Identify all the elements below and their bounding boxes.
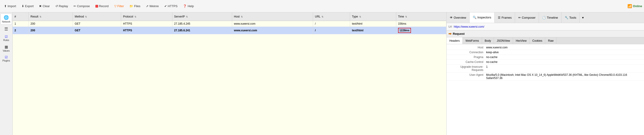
filter-button[interactable]: ▽ Filter [112, 4, 126, 9]
sidebar-item-rules[interactable]: ☑ Rules [0, 33, 12, 43]
header-row: Connectionkeep-alive [446, 50, 644, 55]
sub-tab-jsonview[interactable]: JSONView [494, 37, 513, 44]
cell-result: 200 [28, 21, 73, 27]
table-row[interactable]: 1200GETHTTPS27.185.4.245www.xueersi.com/… [13, 21, 446, 27]
header-name: Upgrade-Insecure-Requests [449, 65, 486, 72]
sub-tab-headers[interactable]: Headers [446, 37, 463, 44]
tools-icon: 🔧 [565, 16, 568, 19]
header-row: User-AgentMozilla/5.0 (Macintosh; Intel … [446, 73, 644, 81]
export-button[interactable]: ⬇ Export [19, 4, 36, 9]
filter-icon: ▽ [114, 4, 116, 8]
sub-tab-cookies[interactable]: Cookies [530, 37, 545, 44]
sub-tab-hexview[interactable]: HexView [513, 37, 530, 44]
list-icon: ☰ [4, 27, 8, 32]
sidebar-item-network[interactable]: 🌐 Network [0, 13, 12, 25]
values-icon: ▦ [4, 45, 8, 49]
tab-overview[interactable]: 👁 Overview [446, 13, 470, 23]
cell-protocol: HTTPS [121, 27, 172, 34]
col-header-method[interactable]: Method ⇅ [73, 13, 121, 21]
rules-checkbox-icon: ☑ [5, 35, 8, 39]
inspectors-icon: 🔍 [473, 16, 476, 19]
sub-tab-webforms[interactable]: WebForms [463, 37, 482, 44]
files-icon: 📁 [130, 4, 133, 8]
record-button[interactable]: Record [93, 4, 111, 9]
sidebar-item-list[interactable]: ☰ [0, 25, 12, 33]
header-value: 1 [486, 65, 641, 72]
weinre-button[interactable]: ⇗ Weinre [144, 4, 161, 9]
cell-result: 200 [28, 27, 73, 34]
header-row: Pragmano-cache [446, 55, 644, 60]
frames-icon: ☰ [498, 16, 500, 19]
cell-method: GET [73, 27, 121, 34]
header-value: no-cache [486, 56, 641, 59]
tab-composer[interactable]: ✏ Composer [515, 13, 539, 23]
toolbar: ⬆ Import ⬇ Export ✖ Clear ↺ Replay ✏ Com… [0, 0, 644, 13]
cell-serverip: 27.185.6.241 [172, 27, 232, 34]
replay-button[interactable]: ↺ Replay [53, 4, 70, 9]
col-header-time[interactable]: Time ⇅ [396, 13, 446, 21]
header-name: Connection [449, 51, 486, 54]
network-table-area: # Result ⇅ Method ⇅ Protocol ⇅ ServerIP … [13, 13, 446, 135]
files-button[interactable]: 📁 Files [127, 4, 142, 9]
col-header-num[interactable]: # [13, 13, 28, 21]
header-value: no-cache [486, 60, 641, 64]
sub-tabs: Headers WebForms Body JSONView HexView C… [446, 37, 644, 44]
header-row: Hostwww.xueersi.com [446, 45, 644, 50]
sub-tab-body[interactable]: Body [482, 37, 494, 44]
overview-icon: 👁 [450, 16, 453, 19]
cell-time: 156ms [396, 21, 446, 27]
cell-url: / [313, 21, 350, 27]
col-header-result[interactable]: Result ⇅ [28, 13, 73, 21]
url-value: https://www.xueersi.com/ [454, 25, 484, 28]
clear-button[interactable]: ✖ Clear [37, 4, 52, 9]
cell-url: / [313, 27, 350, 34]
col-header-host[interactable]: Host ⇅ [232, 13, 313, 21]
tab-inspectors[interactable]: 🔍 Inspectors [470, 13, 494, 23]
network-table: # Result ⇅ Method ⇅ Protocol ⇅ ServerIP … [13, 13, 446, 34]
https-button[interactable]: ✔ HTTPS [162, 4, 180, 9]
online-icon: 📶 [628, 4, 632, 8]
request-header: ➡ Request [446, 30, 644, 37]
online-status: 📶 Online [628, 4, 642, 8]
tab-frames[interactable]: ☰ Frames [494, 13, 515, 23]
timeline-icon: 🕐 [542, 16, 546, 19]
header-name: Cache-Control [449, 60, 486, 64]
replay-icon: ↺ [56, 4, 58, 8]
table-row[interactable]: 2200GETHTTPS27.185.6.241www.xueersi.com/… [13, 27, 446, 34]
header-name: Pragma [449, 56, 486, 59]
sub-tab-raw[interactable]: Raw [545, 37, 556, 44]
cell-time: 1228ms [396, 27, 446, 34]
cell-type: text/html [350, 21, 396, 27]
request-arrow-icon: ➡ [448, 32, 452, 36]
help-button[interactable]: ❓ Help [181, 4, 196, 9]
sidebar-item-values[interactable]: ▦ Values [0, 43, 12, 53]
cell-num: 2 [13, 27, 28, 34]
table-header-row: # Result ⇅ Method ⇅ Protocol ⇅ ServerIP … [13, 13, 446, 21]
network-table-body: 1200GETHTTPS27.185.4.245www.xueersi.com/… [13, 21, 446, 34]
tab-tools[interactable]: 🔧 Tools [562, 13, 580, 23]
sidebar-item-plugins-icon[interactable]: ☑ Plugins [0, 54, 12, 63]
https-icon: ✔ [164, 4, 167, 8]
request-label: Request [453, 32, 464, 36]
col-header-serverip[interactable]: ServerIP ⇅ [172, 13, 232, 21]
cell-type: text/html [350, 27, 396, 34]
help-icon: ❓ [183, 4, 187, 8]
panel-tabs-more[interactable]: ▼ [580, 13, 586, 23]
time-highlight: 1228ms [398, 28, 411, 33]
compose-button[interactable]: ✏ Compose [71, 4, 92, 9]
header-name: User-Agent [449, 73, 486, 80]
plugins-checkbox-icon: ☑ [5, 55, 8, 59]
header-value: Mozilla/5.0 (Macintosh; Intel Mac OS X 1… [486, 73, 641, 80]
col-header-protocol[interactable]: Protocol ⇅ [121, 13, 172, 21]
cell-serverip: 27.185.4.245 [172, 21, 232, 27]
import-button[interactable]: ⬆ Import [2, 4, 18, 9]
col-header-type[interactable]: Type ⇅ [350, 13, 396, 21]
url-label: Url [448, 25, 452, 28]
tab-timeline[interactable]: 🕐 Timeline [539, 13, 562, 23]
cell-host: www.xueersi.com [232, 27, 313, 34]
cell-protocol: HTTPS [121, 21, 172, 27]
composer-icon: ✏ [518, 16, 521, 19]
main-layout: 🌐 Network ☰ ☑ Rules ▦ Values ☑ Plugins # [0, 13, 644, 135]
export-icon: ⬇ [22, 4, 24, 8]
col-header-url[interactable]: URL ⇅ [313, 13, 350, 21]
